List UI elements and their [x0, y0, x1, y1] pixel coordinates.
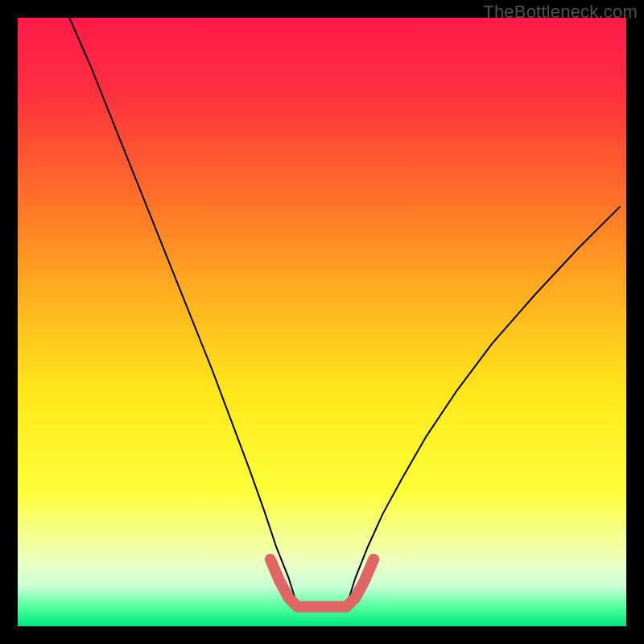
chart-frame: TheBottleneck.com: [0, 0, 644, 644]
chart-plot: [18, 18, 626, 626]
gradient-background: [18, 18, 626, 626]
